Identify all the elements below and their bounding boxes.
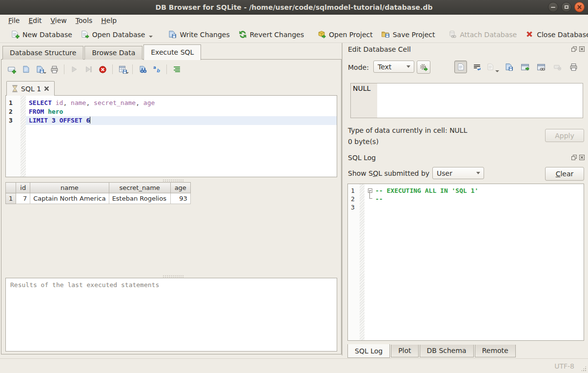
open-project-button[interactable]: Open Project [313,28,377,41]
dock-tab-sql-log[interactable]: SQL Log [347,344,390,358]
cell-type-info: Type of data currently in cell: NULL [348,126,467,134]
print-cell-button[interactable] [567,61,580,73]
sql-editor-code[interactable]: SELECT id, name, secret_name, ageFROM he… [26,96,337,177]
close-panel-icon [579,155,585,160]
sql-editor[interactable]: 123 SELECT id, name, secret_name, ageFRO… [5,95,337,177]
toolbar-button-label: New Database [22,31,72,39]
results-table[interactable]: idnamesecret_nameage 17Captain North Ame… [5,182,191,204]
open-in-external-button[interactable] [519,61,531,73]
find-icon [139,65,147,74]
dock-splitter[interactable] [342,43,343,355]
open-sql-tab-button[interactable] [5,63,18,76]
dropdown-arrow-icon[interactable] [149,36,153,38]
open-database-button[interactable]: Open Database [77,28,158,41]
find-button[interactable] [136,63,149,76]
column-header-name[interactable]: name [30,183,109,193]
table-row[interactable]: 17Captain North AmericaEsteban Rogelios9… [6,193,191,204]
dropdown-arrow-icon[interactable] [126,72,129,74]
gear-import-icon [420,63,428,71]
menu-edit[interactable]: Edit [24,16,46,25]
attach-database-icon [448,30,457,39]
float-panel-button[interactable] [571,46,577,52]
write-changes-icon [168,30,177,39]
main-content: Database StructureBrowse DataExecute SQL… [0,43,588,358]
column-header-secret_name[interactable]: secret_name [109,183,170,193]
stop-execution-button[interactable] [96,63,109,76]
save-results-icon [119,65,127,74]
menu-help[interactable]: Help [97,16,121,25]
close-panel-icon [579,46,585,52]
attach-database-button: Attach Database [444,28,521,41]
write-changes-button[interactable]: Write Changes [164,28,234,41]
tab-browse-data[interactable]: Browse Data [84,46,142,60]
apply-button[interactable]: Apply [545,129,584,142]
corner-header[interactable] [6,183,16,193]
text-mode-button[interactable] [454,61,467,73]
import-settings-button[interactable] [417,61,430,74]
log-filter-label: Show SQL submitted by [348,169,429,177]
column-header-id[interactable]: id [16,183,30,193]
save-results-view-button[interactable] [116,63,129,76]
menu-tools[interactable]: Tools [71,16,97,25]
log-line: -- EXECUTING ALL IN 'SQL 1' [365,186,584,195]
sql-log-panel-buttons [571,154,585,161]
menu-view[interactable]: View [46,16,71,25]
table-cell[interactable]: Esteban Rogelios [109,193,170,204]
close-database-button[interactable]: Close Database [521,28,588,41]
table-cell[interactable]: 93 [170,193,190,204]
close-tab-icon[interactable] [44,86,49,91]
column-header-age[interactable]: age [170,183,190,193]
table-cell[interactable]: Captain North America [30,193,109,204]
print-sql-button[interactable] [48,63,61,76]
log-filter-select[interactable]: User [432,167,484,179]
dropdown-arrow-icon [495,70,499,72]
cell-mode-select[interactable]: Text [373,61,414,73]
revert-changes-button[interactable]: Revert Changes [234,28,308,41]
save-sql-file-button[interactable] [34,63,46,76]
sql-file-tab[interactable]: SQL 1 [6,81,55,96]
encoding-indicator[interactable]: UTF-8 [554,362,574,370]
dock-tab-remote[interactable]: Remote [475,345,516,357]
close-panel-button[interactable] [579,154,585,161]
open-sql-file-button[interactable] [20,63,32,76]
line-number: 2 [348,195,360,203]
export-data-button[interactable] [503,61,515,73]
menu-file[interactable]: File [4,16,24,25]
maximize-button[interactable] [561,2,571,12]
dropdown-arrow-icon[interactable] [43,72,46,74]
tab-execute-sql[interactable]: Execute SQL [143,44,201,60]
tab-database-structure[interactable]: Database Structure [2,46,83,60]
link-icon [537,63,546,71]
float-panel-button[interactable] [571,154,577,161]
new-database-button[interactable]: New Database [7,28,77,41]
minimize-button[interactable] [548,2,558,12]
copy-link-button[interactable] [535,61,547,73]
splitter-grip[interactable] [162,275,184,277]
save-file-icon [36,65,44,74]
sql-log-view[interactable]: 123 -- EXECUTING ALL IN 'SQL 1'-- [347,184,584,341]
menubar: FileEditViewToolsHelp [0,15,588,26]
auto-format-sql-button[interactable] [170,63,183,76]
edit-cell-panel-title: Edit Database Cell [348,45,411,53]
titlebar: DB Browser for SQLite - /home/user/code/… [0,0,588,15]
line-number: 3 [348,203,360,211]
open-project-icon [318,30,326,39]
toolbar-separator [112,64,113,74]
row-header[interactable]: 1 [6,193,16,204]
fold-marker [365,195,375,203]
clear-log-button[interactable]: Clear [545,167,584,181]
cell-editor-area[interactable]: NULL [350,83,583,118]
close-button[interactable] [574,2,585,12]
dock-tab-db-schema[interactable]: DB Schema [420,345,474,357]
word-wrap-button[interactable] [470,61,483,73]
code-token [52,99,56,106]
table-cell[interactable]: 7 [16,193,30,204]
cell-mode-value: Text [378,63,391,71]
code-token: , [63,99,71,106]
find-replace-button[interactable] [150,63,163,76]
close-panel-button[interactable] [579,46,585,52]
splitter-grip[interactable] [162,179,184,182]
resize-grip[interactable] [581,366,587,372]
dock-tab-plot[interactable]: Plot [391,345,418,357]
save-project-button[interactable]: Save Project [377,28,440,41]
